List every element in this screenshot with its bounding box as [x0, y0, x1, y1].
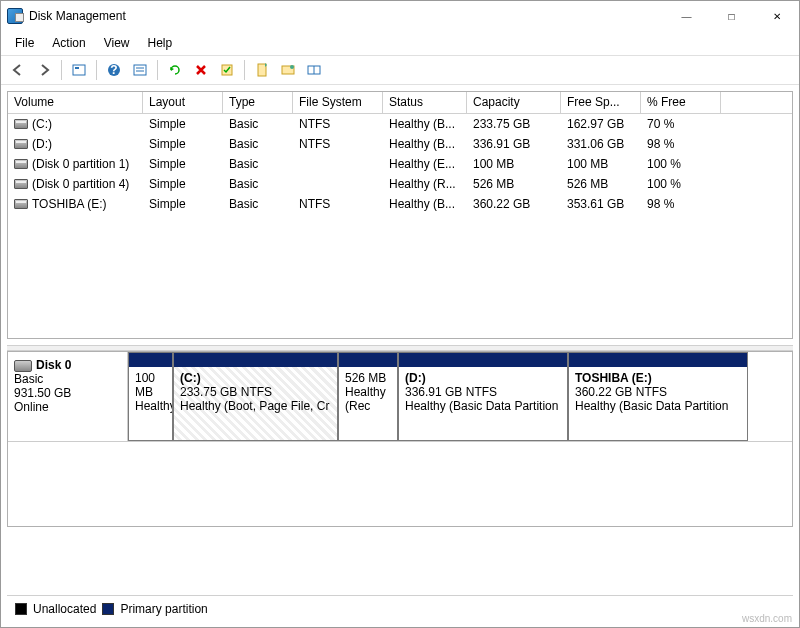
volume-list[interactable]: Volume Layout Type File System Status Ca… [7, 91, 793, 339]
drive-icon [14, 159, 28, 169]
legend-unallocated-label: Unallocated [33, 602, 96, 616]
cell-free: 331.06 GB [561, 135, 641, 153]
volume-name: TOSHIBA (E:) [32, 197, 106, 211]
forward-button[interactable] [33, 59, 55, 81]
window-title: Disk Management [29, 9, 664, 23]
cell-pct: 98 % [641, 195, 721, 213]
app-icon [7, 8, 23, 24]
cell-capacity: 100 MB [467, 155, 561, 173]
minimize-button[interactable]: — [664, 2, 709, 31]
cell-fs: NTFS [293, 135, 383, 153]
partition-stripe [569, 353, 747, 367]
cell-free: 162.97 GB [561, 115, 641, 133]
disk-size: 931.50 GB [14, 386, 121, 400]
help-button[interactable]: ? [103, 59, 125, 81]
delete-button[interactable] [190, 59, 212, 81]
partition-status: Healthy (Rec [345, 385, 386, 413]
menu-help[interactable]: Help [140, 33, 181, 53]
partition-stripe [129, 353, 172, 367]
partition-stripe [339, 353, 397, 367]
svg-text:?: ? [110, 63, 117, 77]
volume-name: (D:) [32, 137, 52, 151]
col-status[interactable]: Status [383, 92, 467, 113]
partition-size: 233.75 GB NTFS [180, 385, 272, 399]
svg-rect-0 [73, 65, 85, 75]
cell-layout: Simple [143, 135, 223, 153]
properties-button[interactable] [129, 59, 151, 81]
col-filesystem[interactable]: File System [293, 92, 383, 113]
refresh-button[interactable] [164, 59, 186, 81]
cell-capacity: 233.75 GB [467, 115, 561, 133]
apply-button[interactable] [216, 59, 238, 81]
cell-status: Healthy (B... [383, 195, 467, 213]
disk-type: Basic [14, 372, 121, 386]
cell-fs [293, 182, 383, 186]
col-volume[interactable]: Volume [8, 92, 143, 113]
legend-primary-swatch [102, 603, 114, 615]
menubar: File Action View Help [1, 31, 799, 56]
partition[interactable]: (C:)233.75 GB NTFSHealthy (Boot, Page Fi… [173, 352, 338, 441]
cell-capacity: 360.22 GB [467, 195, 561, 213]
layout-icon[interactable] [303, 59, 325, 81]
disk-row[interactable]: Disk 0 Basic 931.50 GB Online 100 MBHeal… [8, 352, 792, 442]
disk-info: Disk 0 Basic 931.50 GB Online [8, 352, 128, 441]
col-pctfree[interactable]: % Free [641, 92, 721, 113]
show-hide-tree-button[interactable] [68, 59, 90, 81]
cell-free: 526 MB [561, 175, 641, 193]
cell-capacity: 526 MB [467, 175, 561, 193]
volume-row[interactable]: (Disk 0 partition 1)SimpleBasicHealthy (… [8, 154, 792, 174]
partitions: 100 MBHealthy(C:)233.75 GB NTFSHealthy (… [128, 352, 792, 441]
new-icon[interactable] [251, 59, 273, 81]
partition[interactable]: 526 MBHealthy (Rec [338, 352, 398, 441]
partition-stripe [174, 353, 337, 367]
volume-icon[interactable] [277, 59, 299, 81]
volume-row[interactable]: (D:)SimpleBasicNTFSHealthy (B...336.91 G… [8, 134, 792, 154]
drive-icon [14, 179, 28, 189]
menu-file[interactable]: File [7, 33, 42, 53]
cell-layout: Simple [143, 195, 223, 213]
svg-rect-4 [134, 65, 146, 75]
cell-status: Healthy (E... [383, 155, 467, 173]
col-capacity[interactable]: Capacity [467, 92, 561, 113]
partition[interactable]: 100 MBHealthy [128, 352, 173, 441]
col-freespace[interactable]: Free Sp... [561, 92, 641, 113]
legend-unallocated-swatch [15, 603, 27, 615]
disk-name: Disk 0 [36, 358, 71, 372]
menu-action[interactable]: Action [44, 33, 93, 53]
legend: Unallocated Primary partition [7, 595, 793, 621]
disk-icon [14, 360, 32, 372]
partition[interactable]: (D:)336.91 GB NTFSHealthy (Basic Data Pa… [398, 352, 568, 441]
volume-row[interactable]: TOSHIBA (E:)SimpleBasicNTFSHealthy (B...… [8, 194, 792, 214]
maximize-button[interactable]: □ [709, 2, 754, 31]
cell-type: Basic [223, 195, 293, 213]
cell-pct: 70 % [641, 115, 721, 133]
volume-list-header: Volume Layout Type File System Status Ca… [8, 92, 792, 114]
partition-label: (D:) [405, 371, 426, 385]
volume-name: (Disk 0 partition 4) [32, 177, 129, 191]
titlebar: Disk Management — □ ✕ [1, 1, 799, 31]
close-button[interactable]: ✕ [754, 2, 799, 31]
col-type[interactable]: Type [223, 92, 293, 113]
partition[interactable]: TOSHIBA (E:)360.22 GB NTFSHealthy (Basic… [568, 352, 748, 441]
partition-size: 360.22 GB NTFS [575, 385, 667, 399]
volume-row[interactable]: (C:)SimpleBasicNTFSHealthy (B...233.75 G… [8, 114, 792, 134]
cell-capacity: 336.91 GB [467, 135, 561, 153]
col-layout[interactable]: Layout [143, 92, 223, 113]
volume-name: (C:) [32, 117, 52, 131]
partition-status: Healthy (Basic Data Partition [575, 399, 728, 413]
partition-label: TOSHIBA (E:) [575, 371, 652, 385]
disk-graph-view: Disk 0 Basic 931.50 GB Online 100 MBHeal… [7, 351, 793, 527]
svg-rect-1 [75, 67, 79, 69]
volume-name: (Disk 0 partition 1) [32, 157, 129, 171]
menu-view[interactable]: View [96, 33, 138, 53]
cell-pct: 98 % [641, 135, 721, 153]
drive-icon [14, 139, 28, 149]
back-button[interactable] [7, 59, 29, 81]
cell-free: 353.61 GB [561, 195, 641, 213]
toolbar: ? [1, 56, 799, 85]
cell-layout: Simple [143, 175, 223, 193]
volume-row[interactable]: (Disk 0 partition 4)SimpleBasicHealthy (… [8, 174, 792, 194]
cell-pct: 100 % [641, 155, 721, 173]
partition-status: Healthy [135, 399, 172, 413]
partition-status: Healthy (Basic Data Partition [405, 399, 558, 413]
